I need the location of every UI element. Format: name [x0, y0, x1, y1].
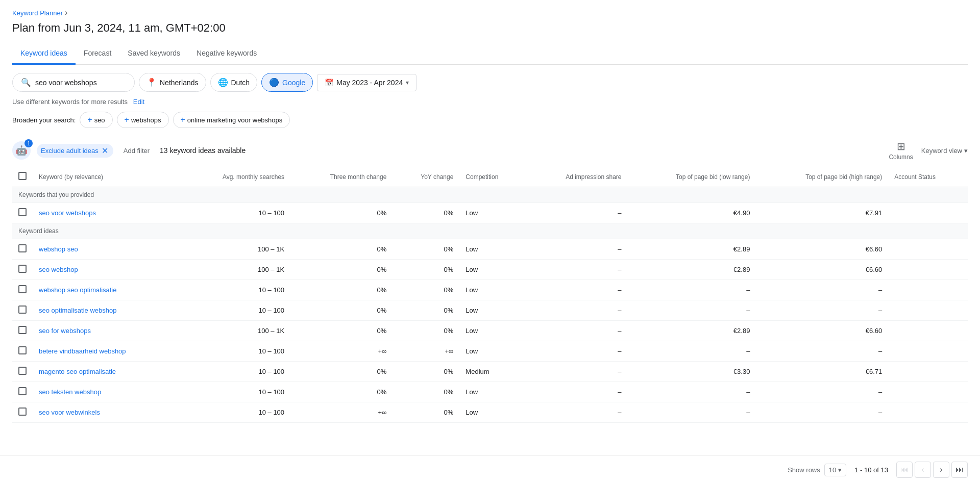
row-checkbox[interactable]	[18, 244, 27, 252]
next-page-button[interactable]: ›	[933, 462, 949, 478]
broaden-chip-seo[interactable]: + seo	[80, 112, 112, 128]
search-input-text: seo voor webshops	[35, 79, 97, 87]
th-ad-impression[interactable]: Ad impression share	[526, 167, 627, 187]
table-row: seo voor webshops10 – 1000%0%Low–€4.90€7…	[12, 203, 968, 223]
cell-yoy: 0%	[393, 362, 459, 382]
row-checkbox-cell	[12, 203, 33, 223]
table-row: seo optimalisatie webshop10 – 1000%0%Low…	[12, 300, 968, 321]
cell-yoy: 0%	[393, 300, 459, 321]
keyword-view-button[interactable]: Keyword view ▾	[921, 147, 968, 155]
keyword-link[interactable]: seo for webshops	[39, 327, 91, 335]
tab-saved-keywords[interactable]: Saved keywords	[119, 43, 188, 65]
close-icon[interactable]: ✕	[102, 146, 108, 156]
row-checkbox[interactable]	[18, 305, 27, 314]
search-box[interactable]: 🔍 seo voor webshops	[12, 73, 135, 92]
location-icon: 📍	[146, 78, 157, 87]
add-filter-button[interactable]: Add filter	[119, 145, 154, 157]
row-checkbox[interactable]	[18, 326, 27, 334]
location-filter[interactable]: 📍 Netherlands	[139, 73, 206, 92]
cell-top-bid-high: –	[756, 382, 888, 402]
cell-three-month: +∞	[290, 402, 393, 423]
search-icon: 🔍	[21, 78, 31, 87]
cell-ad-impression: –	[526, 280, 627, 300]
keyword-link[interactable]: betere vindbaarheid webshop	[39, 347, 126, 355]
keyword-link[interactable]: seo voor webshops	[39, 209, 96, 217]
keyword-link[interactable]: seo teksten webshop	[39, 388, 101, 396]
keyword-link[interactable]: webshop seo	[39, 245, 78, 253]
row-checkbox[interactable]	[18, 265, 27, 273]
last-page-button[interactable]: ⏭	[951, 462, 968, 478]
robot-icon[interactable]: 🤖 1	[12, 141, 31, 160]
pagination-bar: Show rows 10 ▾ 1 - 10 of 13 ⏮ ‹ › ⏭	[0, 455, 980, 484]
th-avg-monthly[interactable]: Avg. monthly searches	[180, 167, 290, 187]
broaden-chip-online-marketing[interactable]: + online marketing voor webshops	[173, 112, 290, 128]
cell-account-status	[888, 203, 968, 223]
cell-yoy: 0%	[393, 382, 459, 402]
date-range-label: May 2023 - Apr 2024	[336, 79, 403, 87]
cell-avg-monthly: 100 – 1K	[180, 239, 290, 260]
th-top-bid-high[interactable]: Top of page bid (high range)	[756, 167, 888, 187]
cell-competition: Low	[459, 280, 526, 300]
tab-keyword-ideas[interactable]: Keyword ideas	[12, 43, 76, 65]
th-top-bid-low[interactable]: Top of page bid (low range)	[628, 167, 756, 187]
cell-keyword: seo teksten webshop	[33, 382, 180, 402]
page-container: Keyword Planner › Plan from Jun 3, 2024,…	[0, 0, 980, 484]
edit-link[interactable]: Edit	[133, 98, 144, 106]
keyword-link[interactable]: seo webshop	[39, 266, 78, 273]
rows-per-page-select[interactable]: 10 ▾	[824, 464, 846, 476]
prev-page-button[interactable]: ‹	[915, 462, 931, 478]
select-all-checkbox-header[interactable]	[12, 167, 33, 187]
tab-negative-keywords[interactable]: Negative keywords	[188, 43, 265, 65]
row-checkbox[interactable]	[18, 346, 27, 354]
th-yoy[interactable]: YoY change	[393, 167, 459, 187]
exclude-adult-filter-badge[interactable]: Exclude adult ideas ✕	[37, 144, 113, 158]
row-checkbox[interactable]	[18, 387, 27, 395]
cell-ad-impression: –	[526, 239, 627, 260]
table-row: webshop seo optimalisatie10 – 1000%0%Low…	[12, 280, 968, 300]
cell-avg-monthly: 10 – 100	[180, 280, 290, 300]
row-checkbox-cell	[12, 321, 33, 341]
broaden-chip-webshops[interactable]: + webshops	[117, 112, 169, 128]
cell-yoy: 0%	[393, 203, 459, 223]
show-rows-label: Show rows	[788, 466, 820, 474]
keywords-table-wrapper: Keyword (by relevance) Avg. monthly sear…	[12, 167, 968, 423]
cell-competition: Low	[459, 382, 526, 402]
keyword-link[interactable]: magento seo optimalisatie	[39, 368, 116, 375]
date-filter[interactable]: 📅 May 2023 - Apr 2024 ▾	[317, 74, 416, 91]
cell-top-bid-high: –	[756, 341, 888, 362]
language-filter[interactable]: 🌐 Dutch	[210, 73, 258, 92]
breadcrumb[interactable]: Keyword Planner ›	[12, 8, 968, 17]
row-checkbox-cell	[12, 280, 33, 300]
row-checkbox[interactable]	[18, 407, 27, 416]
cell-yoy: 0%	[393, 321, 459, 341]
cell-avg-monthly: 10 – 100	[180, 402, 290, 423]
cell-account-status	[888, 300, 968, 321]
cell-keyword: seo webshop	[33, 260, 180, 280]
cell-top-bid-high: €6.71	[756, 362, 888, 382]
row-checkbox[interactable]	[18, 208, 27, 216]
cell-yoy: +∞	[393, 341, 459, 362]
keyword-link[interactable]: webshop seo optimalisatie	[39, 286, 116, 294]
columns-button[interactable]: ⊞ Columns	[885, 138, 917, 163]
plan-title: Plan from Jun 3, 2024, 11 am, GMT+02:00	[12, 21, 968, 35]
row-checkbox[interactable]	[18, 367, 27, 375]
plus-icon-online-marketing: +	[181, 115, 185, 124]
cell-ad-impression: –	[526, 321, 627, 341]
first-page-button[interactable]: ⏮	[896, 462, 913, 478]
cell-competition: Low	[459, 203, 526, 223]
row-checkbox[interactable]	[18, 285, 27, 293]
tab-forecast[interactable]: Forecast	[76, 43, 119, 65]
th-three-month[interactable]: Three month change	[290, 167, 393, 187]
cell-three-month: 0%	[290, 300, 393, 321]
nav-buttons: ⏮ ‹ › ⏭	[896, 462, 968, 478]
keyword-link[interactable]: seo optimalisatie webshop	[39, 307, 116, 314]
broaden-row: Broaden your search: + seo + webshops + …	[12, 112, 968, 128]
select-all-checkbox[interactable]	[18, 172, 27, 180]
th-competition[interactable]: Competition	[459, 167, 526, 187]
keyword-link[interactable]: seo voor webwinkels	[39, 409, 100, 416]
cell-top-bid-low: –	[628, 300, 756, 321]
th-keyword[interactable]: Keyword (by relevance)	[33, 167, 180, 187]
network-filter[interactable]: 🔵 Google	[261, 73, 313, 92]
toolbar-row: 🤖 1 Exclude adult ideas ✕ Add filter 13 …	[12, 138, 968, 163]
cell-ad-impression: –	[526, 341, 627, 362]
